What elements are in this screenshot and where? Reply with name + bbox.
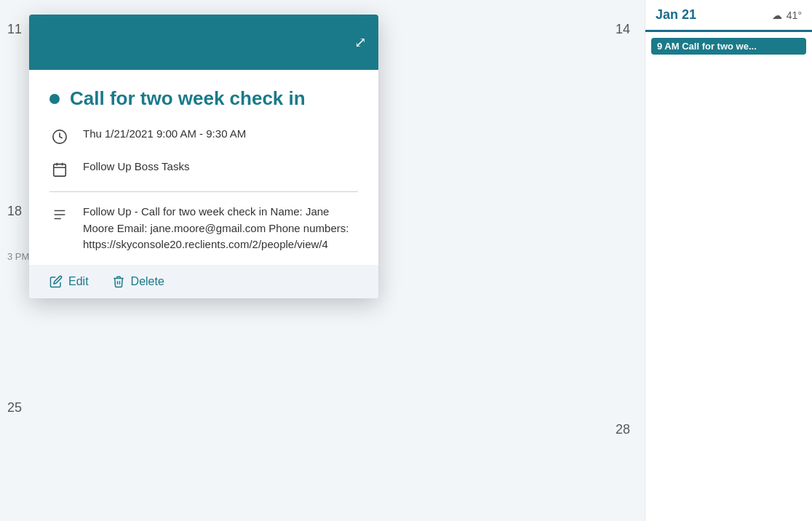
notes-icon <box>49 204 70 225</box>
time-label-3pm: 3 PM <box>7 251 29 262</box>
datetime-text: Thu 1/21/2021 9:00 AM - 9:30 AM <box>83 126 246 143</box>
description-text: Follow Up - Call for two week check in N… <box>83 204 358 253</box>
event-title: Call for two week check in <box>70 87 306 110</box>
cal-num-11: 11 <box>7 22 22 37</box>
cal-num-25: 25 <box>7 400 22 415</box>
temperature: 41° <box>787 9 802 21</box>
popup-footer: Edit Delete <box>29 265 378 298</box>
cal-num-14: 14 <box>616 22 630 37</box>
mini-cal-header: Jan 21 ☁ 41° <box>645 0 812 32</box>
mini-event-chip[interactable]: 9 AM Call for two we... <box>651 38 806 55</box>
cal-num-28: 28 <box>616 422 630 437</box>
popup-body: Call for two week check in Thu 1/21/2021… <box>29 70 378 253</box>
datetime-row: Thu 1/21/2021 9:00 AM - 9:30 AM <box>49 126 358 147</box>
event-title-row: Call for two week check in <box>49 87 358 110</box>
divider <box>49 191 358 192</box>
edit-label: Edit <box>68 275 89 288</box>
cal-num-18: 18 <box>7 204 22 219</box>
delete-label: Delete <box>131 275 164 288</box>
right-panel: Jan 21 ☁ 41° 9 AM Call for two we... <box>645 0 812 521</box>
svg-rect-1 <box>54 164 66 177</box>
delete-button[interactable]: Delete <box>112 275 164 288</box>
calendar-name-text: Follow Up Boss Tasks <box>83 159 189 175</box>
description-row: Follow Up - Call for two week check in N… <box>49 204 358 253</box>
mini-cal-date: Jan 21 <box>656 7 696 23</box>
calendar-row: Follow Up Boss Tasks <box>49 159 358 180</box>
cloud-icon: ☁ <box>772 9 782 21</box>
edit-button[interactable]: Edit <box>49 275 89 288</box>
calendar-icon <box>49 159 70 180</box>
clock-icon <box>49 127 70 147</box>
weather-display: ☁ 41° <box>772 9 802 21</box>
expand-icon[interactable]: ⤢ <box>354 33 367 51</box>
event-popup: ⤢ Call for two week check in Thu 1/21/20… <box>29 15 378 298</box>
event-color-dot <box>49 94 60 104</box>
popup-header: ⤢ <box>29 15 378 70</box>
